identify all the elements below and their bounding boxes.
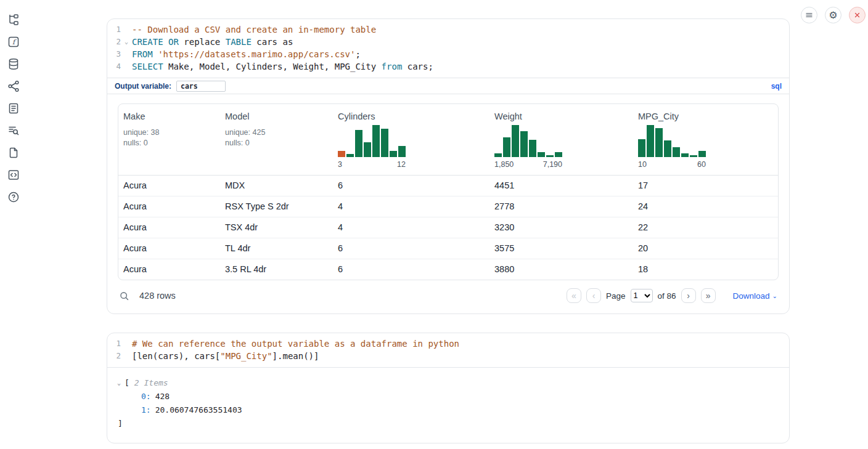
histogram-bar[interactable] [538,152,545,157]
help-button[interactable] [7,191,20,203]
histogram-bar[interactable] [346,154,354,157]
chevron-down-icon: ⌄ [772,293,777,299]
code-line: 2[len(cars), cars["MPG_City"].mean()] [107,350,789,362]
histogram-bar[interactable] [364,142,371,157]
code-token: SELECT [132,62,163,71]
logs-button[interactable] [7,124,20,137]
table-row[interactable]: AcuraTSX 4dr4323022 [118,217,778,238]
fold-gutter [121,338,132,350]
histogram-bar[interactable] [673,147,680,157]
column-label: Weight [494,111,628,121]
snippets-button[interactable] [7,169,20,181]
histogram-range: 1,8507,190 [494,160,562,169]
histogram-bar[interactable] [555,152,562,157]
histogram-range: 312 [338,160,406,169]
fold-chevron-icon[interactable]: ⌄ [121,36,132,48]
prev-page-button[interactable]: ‹ [586,288,601,303]
histogram-bar[interactable] [355,130,362,157]
histogram-bar[interactable] [529,140,536,157]
code-text: [len(cars), cars["MPG_City"].mean()] [132,350,319,362]
page-select[interactable]: 1 [631,289,653,302]
chevron-right-icon: › [687,291,690,300]
functions-icon: f [7,36,20,48]
histogram-bar[interactable] [655,128,663,157]
settings-button[interactable]: ⚙ [825,7,841,23]
first-page-button[interactable]: « [567,288,581,303]
table-row[interactable]: AcuraTL 4dr6357520 [118,238,778,259]
code-token: "MPG_City" [220,351,272,361]
database-icon [7,58,20,70]
table-cell: 3230 [489,217,633,238]
menu-button[interactable] [801,7,817,23]
column-histogram: 1,8507,190 [494,125,628,169]
table-body: AcuraMDX6445117AcuraRSX Type S 2dr427782… [118,176,778,280]
table-row[interactable]: AcuraMDX6445117 [118,176,778,196]
data-table: Makeunique: 38nulls: 0Modelunique: 425nu… [118,103,779,280]
python-output-tree: ⌄ [ 2 Items 0:4281:20.060747663551403 ] [107,367,789,443]
output-variable-input[interactable] [176,81,226,92]
code-token: replace [179,37,226,47]
column-stats: unique: 38nulls: 0 [123,127,215,148]
python-code-editor[interactable]: 1# We can reference the output variable … [107,333,789,367]
histogram-bar[interactable] [390,151,397,157]
histogram-bar[interactable] [664,140,671,157]
tree-value: 20.060747663551403 [155,405,242,415]
close-button[interactable] [849,7,866,23]
column-header-weight[interactable]: Weight1,8507,190 [489,104,633,175]
histogram-bar[interactable] [698,151,706,157]
histogram-bar[interactable] [638,139,645,157]
code-token: -- Download a CSV and create an in-memor… [132,25,376,34]
stat-line: nulls: 0 [225,138,328,148]
code-token: 'https://datasets.marimo.app/cars.csv' [158,49,355,59]
histogram-bars [338,125,406,157]
histogram-bar[interactable] [372,125,380,157]
table-row[interactable]: Acura3.5 RL 4dr6388018 [118,259,778,280]
histogram-bar[interactable] [690,155,697,157]
code-text: CREATE OR replace TABLE cars as [132,36,293,48]
column-header-make[interactable]: Makeunique: 38nulls: 0 [118,104,220,175]
code-text: FROM 'https://datasets.marimo.app/cars.c… [132,48,361,60]
code-token: FROM [132,49,153,59]
scratchpad-button[interactable] [7,102,20,115]
table-row[interactable]: AcuraRSX Type S 2dr4277824 [118,196,778,217]
last-page-button[interactable]: » [701,288,716,303]
top-right-controls: ⚙ [801,7,866,23]
tree-entry: 0:428 [117,390,779,403]
tree-close-bracket: ] [117,417,779,431]
histogram-bar[interactable] [381,129,388,157]
histogram-bar[interactable] [546,155,554,157]
file-tree-button[interactable] [7,14,20,26]
chevron-left-icon: ‹ [592,291,596,300]
table-cell: Acura [118,217,220,238]
column-header-model[interactable]: Modelunique: 425nulls: 0 [220,104,333,175]
histogram-bar[interactable] [398,146,406,157]
next-page-button[interactable]: › [681,288,696,303]
column-label: Model [225,111,328,121]
histogram-bar[interactable] [512,125,519,157]
tree-collapse-icon[interactable]: ⌄ [117,376,125,390]
code-line: 3FROM 'https://datasets.marimo.app/cars.… [107,48,789,60]
column-header-cylinders[interactable]: Cylinders312 [333,104,489,175]
download-button[interactable]: Download ⌄ [733,291,777,301]
table-cell: TL 4dr [220,238,333,259]
table-search-button[interactable] [119,291,129,301]
table-cell: 22 [633,217,778,238]
column-header-mpg_city[interactable]: MPG_City1060 [633,104,778,175]
code-token [153,49,158,59]
histogram-bar[interactable] [681,153,689,157]
histogram-bar[interactable] [647,125,654,157]
table-cell: Acura [118,196,220,217]
datasources-button[interactable] [7,58,20,70]
code-token: ; [355,49,360,59]
sql-code-editor[interactable]: 1-- Download a CSV and create an in-memo… [107,19,789,78]
code-token: CREATE OR [132,37,179,47]
documentation-button[interactable] [7,147,20,159]
column-label: Make [123,111,215,121]
histogram-bar[interactable] [520,131,528,157]
functions-button[interactable]: f [7,36,20,48]
histogram-bar[interactable] [503,137,510,157]
histogram-bar[interactable] [338,151,345,157]
output-variable-bar: Output variable: sql [107,78,789,94]
histogram-bar[interactable] [494,153,502,157]
dependency-graph-button[interactable] [7,80,20,92]
